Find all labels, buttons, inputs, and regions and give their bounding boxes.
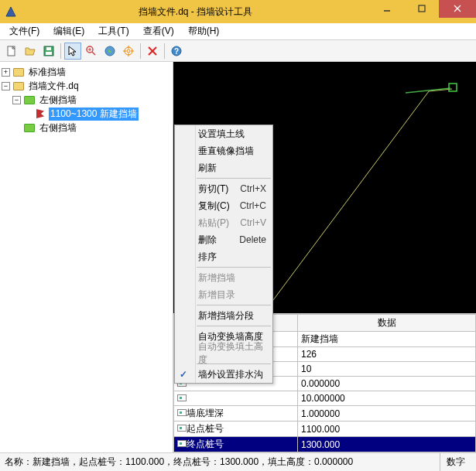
- globe-button[interactable]: [101, 43, 118, 60]
- app-icon: [5, 5, 17, 18]
- cm-add-dir: 新增目录: [175, 286, 272, 303]
- tree-node-segment[interactable]: 1100~1300 新建挡墙: [2, 107, 171, 121]
- cm-set-fill-line[interactable]: 设置填土线: [175, 125, 272, 142]
- context-menu: 设置填土线 垂直镜像挡墙 刷新 剪切(T)Ctrl+X 复制(C)Ctrl+C …: [174, 125, 273, 384]
- svg-line-23: [266, 91, 429, 309]
- target-button[interactable]: [120, 43, 137, 60]
- cm-add-wall: 新增挡墙: [175, 269, 272, 286]
- toolbar-separator: [140, 43, 141, 59]
- menu-view[interactable]: 查看(V): [137, 23, 180, 39]
- toolbar-separator: [60, 43, 61, 59]
- status-mode: 数字: [440, 453, 471, 471]
- row-icon: [177, 440, 187, 447]
- menu-help[interactable]: 帮助(H): [182, 23, 226, 39]
- svg-line-9: [92, 52, 95, 55]
- check-icon: ✓: [180, 369, 187, 380]
- svg-point-14: [127, 49, 130, 53]
- grid-row[interactable]: 终点桩号1300.000: [174, 437, 476, 452]
- row-icon: [177, 425, 187, 432]
- svg-rect-7: [46, 52, 52, 55]
- zoom-button[interactable]: [83, 43, 100, 60]
- cm-add-segment[interactable]: 新增挡墙分段: [175, 307, 272, 324]
- svg-rect-6: [46, 47, 51, 50]
- grid-row[interactable]: 墙底埋深1.000000: [174, 406, 476, 422]
- tree-node-right-wall[interactable]: 右侧挡墙: [2, 121, 171, 135]
- new-file-button[interactable]: [3, 43, 20, 60]
- grid-row[interactable]: 10.000000: [174, 391, 476, 406]
- grid-header-data[interactable]: 数据: [298, 315, 476, 332]
- row-icon: [177, 409, 187, 416]
- titlebar: 挡墙文件.dq - 挡墙设计工具: [0, 0, 476, 23]
- row-icon: [177, 394, 187, 401]
- minimize-button[interactable]: [369, 0, 404, 18]
- window-title: 挡墙文件.dq - 挡墙设计工具: [22, 5, 369, 19]
- cm-delete[interactable]: 删除Delete: [175, 231, 272, 248]
- tree-node-std-wall[interactable]: + 标准挡墙: [2, 65, 171, 79]
- open-file-button[interactable]: [22, 43, 39, 60]
- toolbar-separator: [164, 43, 165, 59]
- cm-sort[interactable]: 排序: [175, 248, 272, 265]
- cm-mirror-wall[interactable]: 垂直镜像挡墙: [175, 142, 272, 159]
- svg-rect-26: [449, 84, 457, 91]
- menu-file[interactable]: 文件(F): [3, 23, 46, 39]
- svg-rect-1: [419, 5, 425, 12]
- tree-panel: + 标准挡墙 − 挡墙文件.dq − 左侧挡墙 1100~1300 新建挡墙 右…: [0, 62, 173, 452]
- pointer-button[interactable]: [64, 43, 81, 60]
- tree-node-file[interactable]: − 挡墙文件.dq: [2, 79, 171, 93]
- cm-auto-fill-height: 自动变换填土高度: [175, 345, 272, 362]
- close-button[interactable]: [439, 0, 476, 18]
- tree-node-left-wall[interactable]: − 左侧挡墙: [2, 93, 171, 107]
- svg-text:?: ?: [174, 47, 179, 56]
- cm-cut[interactable]: 剪切(T)Ctrl+X: [175, 180, 272, 197]
- grid-row[interactable]: 起点桩号1100.000: [174, 422, 476, 437]
- delete-button[interactable]: [144, 43, 161, 60]
- toolbar: ?: [0, 40, 476, 62]
- help-button[interactable]: ?: [168, 43, 185, 60]
- save-button[interactable]: [40, 43, 57, 60]
- menu-edit[interactable]: 编辑(E): [47, 23, 91, 39]
- cm-set-drain[interactable]: ✓墙外设置排水沟: [175, 366, 272, 383]
- menu-tools[interactable]: 工具(T): [92, 23, 135, 39]
- cm-refresh[interactable]: 刷新: [175, 159, 272, 176]
- cm-copy[interactable]: 复制(C)Ctrl+C: [175, 197, 272, 214]
- status-text: 名称：新建挡墙，起点桩号：1100.000，终点桩号：1300.000，填土高度…: [5, 456, 440, 469]
- maximize-button[interactable]: [404, 0, 439, 18]
- statusbar: 名称：新建挡墙，起点桩号：1100.000，终点桩号：1300.000，填土高度…: [0, 452, 476, 471]
- cm-paste: 粘贴(P)Ctrl+V: [175, 214, 272, 231]
- menubar: 文件(F) 编辑(E) 工具(T) 查看(V) 帮助(H): [0, 23, 476, 40]
